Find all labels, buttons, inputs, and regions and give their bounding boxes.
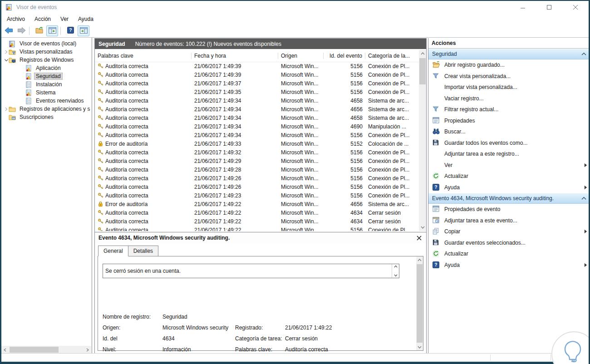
scroll-down-icon[interactable] bbox=[419, 224, 426, 231]
chevron-down-icon[interactable] bbox=[3, 58, 9, 62]
scroll-right-icon[interactable] bbox=[84, 346, 91, 354]
action-item-label: Copiar bbox=[444, 228, 581, 235]
table-row[interactable]: Auditoría correcta21/06/2017 1:49:26Micr… bbox=[95, 182, 419, 191]
sidebar-item-eventos-reenviados[interactable]: Eventos reenviados bbox=[1, 97, 92, 105]
table-row[interactable]: Auditoría correcta21/06/2017 1:49:28Micr… bbox=[95, 165, 419, 174]
description-scroll-stepper[interactable] bbox=[392, 264, 399, 278]
table-row[interactable]: Auditoría correcta21/06/2017 1:49:22Micr… bbox=[95, 226, 419, 231]
table-row[interactable]: Error de auditoría21/06/2017 1:49:33Micr… bbox=[95, 139, 419, 148]
sidebar-item-registros-de-windows[interactable]: Registros de Windows bbox=[1, 56, 92, 64]
minimize-button[interactable] bbox=[519, 3, 527, 11]
chevron-right-icon[interactable] bbox=[3, 50, 9, 54]
table-row[interactable]: Auditoría correcta21/06/2017 1:49:39Micr… bbox=[95, 70, 419, 79]
action-item-guardar-todos-los-eventos-como[interactable]: Guardar todos los eventos como... bbox=[428, 138, 590, 149]
menu-item-ver[interactable]: Ver bbox=[56, 15, 73, 24]
table-row[interactable]: Auditoría correcta21/06/2017 1:49:34Micr… bbox=[95, 122, 419, 131]
table-row[interactable]: Auditoría correcta21/06/2017 1:49:22Micr… bbox=[95, 208, 419, 217]
scroll-up-icon[interactable] bbox=[416, 256, 423, 263]
table-row[interactable]: Error de auditoría21/06/2017 1:49:22Micr… bbox=[95, 200, 419, 208]
table-row[interactable]: Auditoría correcta21/06/2017 1:49:26Micr… bbox=[95, 174, 419, 182]
action-item-abrir-registro-guardado[interactable]: Abrir registro guardado... bbox=[428, 59, 590, 71]
scroll-up-icon[interactable] bbox=[419, 50, 426, 57]
event-description-box[interactable]: Se cerró sesión en una cuenta. bbox=[103, 264, 399, 278]
toolbar-back-arrow-button[interactable] bbox=[3, 26, 14, 36]
action-item-vaciar-registro[interactable]: Vaciar registro... bbox=[428, 93, 590, 104]
table-row[interactable]: Auditoría correcta21/06/2017 1:49:29Micr… bbox=[95, 157, 419, 165]
sidebar-item-aplicaci-n[interactable]: Aplicación bbox=[1, 64, 92, 72]
actions-section-header-1[interactable]: Seguridad bbox=[428, 49, 590, 59]
sidebar-item-sistema[interactable]: Sistema bbox=[1, 89, 92, 97]
action-item-buscar[interactable]: Buscar... bbox=[428, 126, 590, 138]
action-item-crear-vista-personalizada[interactable]: Crear vista personalizada... bbox=[428, 71, 590, 82]
actions-section-header-2[interactable]: Evento 4634, Microsoft Windows security … bbox=[428, 193, 590, 204]
table-row[interactable]: Auditoría correcta21/06/2017 1:49:34Micr… bbox=[95, 96, 419, 105]
event-id-cell: 5156 bbox=[324, 184, 365, 190]
date-cell: 21/06/2017 1:49:23 bbox=[192, 192, 278, 199]
action-item-copiar[interactable]: Copiar bbox=[428, 226, 590, 237]
action-item-adjuntar-tarea-a-este-evento[interactable]: Adjuntar tarea a este evento... bbox=[428, 215, 590, 226]
toolbar-show-console-tree-button[interactable] bbox=[46, 25, 58, 36]
sidebar-item-instalaci-n[interactable]: Instalación bbox=[1, 80, 92, 89]
action-item-importar-vista-personalizada[interactable]: Importar vista personalizada... bbox=[428, 82, 590, 93]
action-item-filtrar-registro-actual[interactable]: Filtrar registro actual... bbox=[428, 104, 590, 115]
table-row[interactable]: Auditoría correcta21/06/2017 1:49:37Micr… bbox=[95, 79, 419, 88]
toolbar-forward-arrow-button[interactable] bbox=[16, 26, 27, 36]
menu-item-ayuda[interactable]: Ayuda bbox=[74, 15, 98, 24]
tab-detalles[interactable]: Detalles bbox=[128, 246, 158, 256]
scroll-down-icon[interactable] bbox=[416, 344, 423, 350]
field-label: Nivel: bbox=[103, 346, 116, 353]
sidebar-item-suscripciones[interactable]: Suscripciones bbox=[1, 113, 92, 121]
table-row[interactable]: Auditoría correcta21/06/2017 1:49:34Micr… bbox=[95, 105, 419, 113]
sidebar-item-vistas-personalizadas[interactable]: Vistas personalizadas bbox=[1, 48, 92, 56]
keywords-text: Auditoría correcta bbox=[105, 123, 148, 130]
table-row[interactable]: Auditoría correcta21/06/2017 1:49:23Micr… bbox=[95, 191, 419, 200]
scroll-left-icon[interactable] bbox=[1, 346, 9, 354]
action-item-guardar-eventos-seleccionados[interactable]: Guardar eventos seleccionados... bbox=[428, 237, 590, 249]
event-rows: Auditoría correcta21/06/2017 1:49:39Micr… bbox=[95, 62, 419, 231]
log-icon bbox=[25, 81, 32, 88]
action-item-actualizar[interactable]: Actualizar bbox=[428, 171, 590, 182]
tab-general[interactable]: General bbox=[98, 246, 128, 256]
maximize-button[interactable] bbox=[545, 3, 553, 11]
sidebar-item-registros-de-aplicaciones-y-s[interactable]: Registros de aplicaciones y s bbox=[1, 105, 92, 113]
list-vertical-scrollbar[interactable] bbox=[419, 50, 426, 231]
column-header-3[interactable]: Origen bbox=[278, 53, 324, 59]
toolbar: ? bbox=[1, 25, 589, 38]
preview-vertical-scrollbar[interactable] bbox=[416, 256, 423, 350]
table-row[interactable]: Auditoría correcta21/06/2017 1:49:35Micr… bbox=[95, 88, 419, 96]
action-item-ayuda[interactable]: ?Ayuda bbox=[428, 182, 590, 193]
sidebar-item-seguridad[interactable]: Seguridad bbox=[1, 72, 92, 80]
table-row[interactable]: Auditoría correcta21/06/2017 1:49:22Micr… bbox=[95, 217, 419, 226]
sidebar-item-visor-de-eventos-local-[interactable]: Visor de eventos (local) bbox=[1, 39, 92, 48]
menu-item-accin[interactable]: Acción bbox=[30, 15, 55, 24]
preview-scrollbar-thumb[interactable] bbox=[417, 264, 423, 343]
chevron-right-icon[interactable] bbox=[3, 107, 9, 111]
table-row[interactable]: Auditoría correcta21/06/2017 1:49:34Micr… bbox=[95, 131, 419, 139]
menu-item-archivo[interactable]: Archivo bbox=[3, 15, 29, 24]
event-id-cell: 5156 bbox=[324, 132, 365, 138]
close-button[interactable] bbox=[571, 3, 580, 11]
column-header-4[interactable]: Id. del evento bbox=[324, 53, 365, 59]
collapse-icon[interactable] bbox=[581, 195, 586, 202]
toolbar-help-button[interactable]: ? bbox=[65, 26, 76, 36]
action-item-ver[interactable]: Ver bbox=[428, 160, 590, 171]
column-header-2[interactable]: Fecha y hora bbox=[192, 53, 278, 59]
action-item-ayuda[interactable]: ?Ayuda bbox=[428, 260, 590, 271]
tree-scrollbar-thumb[interactable] bbox=[10, 347, 59, 353]
table-row[interactable]: Auditoría correcta21/06/2017 1:49:39Micr… bbox=[95, 62, 419, 70]
table-row[interactable]: Auditoría correcta21/06/2017 1:49:34Micr… bbox=[95, 113, 419, 122]
collapse-icon[interactable] bbox=[581, 51, 586, 57]
action-item-propiedades-de-evento[interactable]: Propiedades de evento bbox=[428, 204, 590, 215]
toolbar-show-action-pane-button[interactable] bbox=[78, 25, 89, 36]
toolbar-export-folder-button[interactable] bbox=[34, 26, 44, 36]
table-row[interactable]: Auditoría correcta21/06/2017 1:49:32Micr… bbox=[95, 148, 419, 157]
column-header-5[interactable]: Categoría de la... bbox=[365, 53, 419, 59]
list-scrollbar-thumb[interactable] bbox=[419, 58, 426, 84]
key-icon bbox=[98, 167, 103, 172]
tree-horizontal-scrollbar[interactable] bbox=[1, 346, 91, 354]
column-header-1[interactable]: Palabras clave bbox=[95, 53, 192, 59]
action-item-actualizar[interactable]: Actualizar bbox=[428, 248, 590, 260]
action-item-propiedades[interactable]: Propiedades bbox=[428, 115, 590, 127]
action-item-adjuntar-tarea-a-este-registro[interactable]: Adjuntar tarea a este registro... bbox=[428, 148, 590, 160]
preview-close-icon[interactable] bbox=[415, 234, 423, 241]
